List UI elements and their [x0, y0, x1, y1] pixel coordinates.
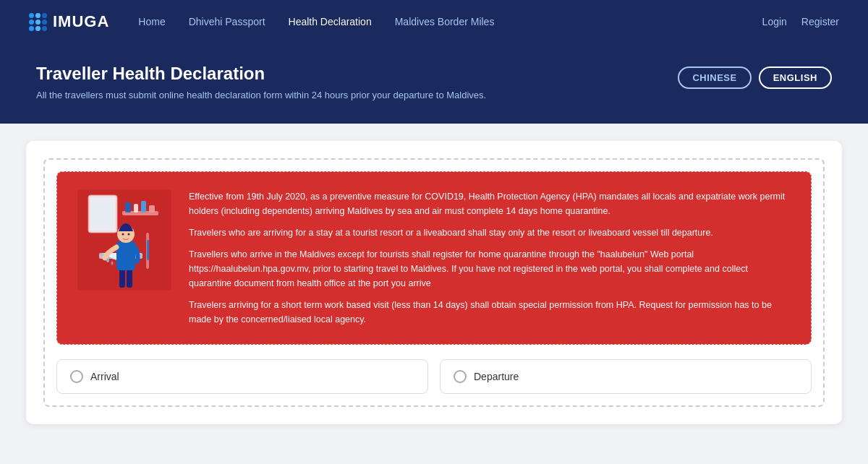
alert-box: Effective from 19th July 2020, as a prev… — [56, 171, 812, 345]
alert-paragraph-3: Travellers who arrive in the Maldives ex… — [189, 247, 791, 291]
hero-section: Traveller Health Declaration All the tra… — [0, 43, 868, 124]
arrival-radio[interactable] — [70, 370, 83, 383]
auth-links: Login Register — [762, 16, 839, 27]
arrival-label: Arrival — [90, 371, 119, 382]
departure-radio[interactable] — [454, 370, 467, 383]
content-card: Effective from 19th July 2020, as a prev… — [26, 141, 842, 424]
svg-point-19 — [106, 258, 109, 262]
logo-text: IMUGA — [53, 12, 109, 31]
svg-rect-6 — [141, 201, 146, 212]
chinese-lang-button[interactable]: CHINESE — [678, 66, 751, 89]
svg-rect-15 — [116, 241, 135, 270]
page-subtitle: All the travellers must submit online he… — [36, 90, 486, 100]
departure-option[interactable]: Departure — [440, 359, 812, 394]
nav-home[interactable]: Home — [138, 16, 165, 27]
svg-point-17 — [122, 233, 124, 236]
logo-icon — [29, 13, 47, 31]
svg-rect-12 — [147, 240, 149, 260]
nav-dhivehi-passport[interactable]: Dhivehi Passport — [189, 16, 265, 27]
logo: IMUGA — [29, 12, 109, 31]
svg-rect-7 — [149, 205, 155, 212]
nav-border-miles[interactable]: Maldives Border Miles — [395, 16, 495, 27]
travel-type-options: Arrival Departure — [56, 359, 812, 394]
alert-content: Effective from 19th July 2020, as a prev… — [189, 189, 791, 327]
alert-illustration — [77, 189, 171, 291]
hero-text: Traveller Health Declaration All the tra… — [36, 64, 486, 100]
register-link[interactable]: Register — [801, 16, 839, 27]
page-title: Traveller Health Declaration — [36, 64, 486, 84]
departure-label: Departure — [474, 371, 519, 382]
main-content: Effective from 19th July 2020, as a prev… — [0, 124, 868, 442]
alert-paragraph-4: Travelers arriving for a short term work… — [189, 298, 791, 327]
dashed-container: Effective from 19th July 2020, as a prev… — [43, 158, 825, 407]
login-link[interactable]: Login — [762, 16, 787, 27]
svg-rect-5 — [134, 204, 138, 212]
nav-health-declaration[interactable]: Health Declaration — [289, 16, 372, 27]
english-lang-button[interactable]: ENGLISH — [759, 66, 832, 89]
svg-rect-2 — [90, 197, 115, 231]
main-nav: Home Dhivehi Passport Health Declaration… — [138, 16, 762, 27]
svg-rect-4 — [125, 202, 131, 212]
svg-point-20 — [111, 262, 114, 265]
alert-paragraph-1: Effective from 19th July 2020, as a prev… — [189, 189, 791, 218]
svg-rect-14 — [127, 269, 132, 288]
language-buttons: CHINESE ENGLISH — [678, 64, 832, 89]
svg-rect-13 — [119, 269, 125, 288]
arrival-option[interactable]: Arrival — [56, 359, 428, 394]
site-header: IMUGA Home Dhivehi Passport Health Decla… — [0, 0, 868, 43]
alert-paragraph-2: Travelers who are arriving for a stay at… — [189, 225, 791, 240]
svg-point-18 — [128, 233, 130, 236]
